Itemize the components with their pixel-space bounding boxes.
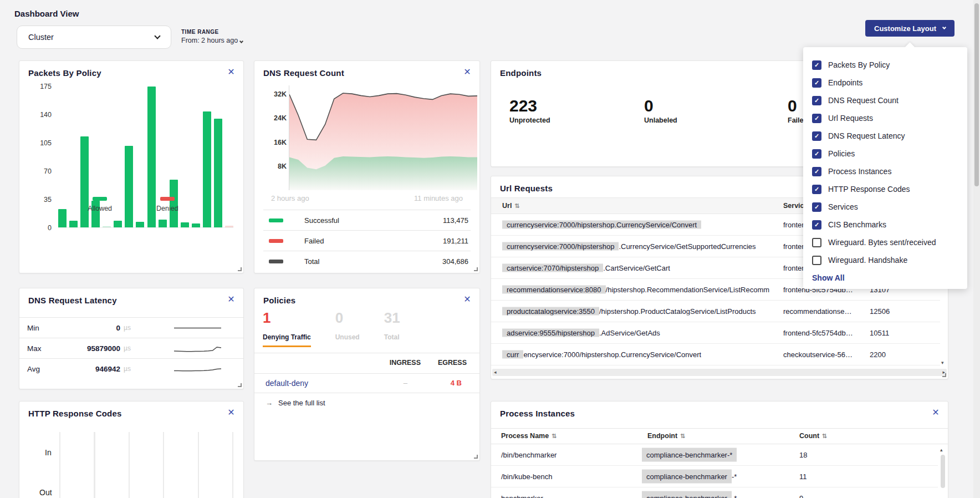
legend-value: 304,686 [442,257,468,266]
resize-handle[interactable] [474,455,478,459]
checkbox-icon[interactable] [812,96,821,105]
count-cell: 12506 [870,307,890,316]
policies-stat-total[interactable]: 31Total [384,309,400,347]
menu-item-label: Services [828,202,858,211]
customize-menu-item-5[interactable]: Policies [803,145,967,162]
customize-menu-item-9[interactable]: CIS Benchmarks [803,216,967,233]
resize-handle[interactable] [238,267,242,271]
customize-menu-item-3[interactable]: Url Requests [803,109,967,127]
resize-handle[interactable] [238,383,242,387]
service-cell: frontend-5fc5754db… [783,329,853,337]
y-axis-tick: 105 [40,139,52,147]
show-all-link[interactable]: Show All [812,273,967,282]
checkbox-icon[interactable] [812,114,821,123]
checkbox-icon[interactable] [812,202,821,212]
endpoint-rest: -* [732,494,737,498]
close-icon[interactable] [226,294,237,305]
dns-yticks: 32K24K16K8K [262,85,287,190]
close-icon[interactable] [462,294,473,305]
view-select[interactable]: Cluster [17,26,171,49]
dns-legend-row[interactable]: Failed191,211 [263,230,471,251]
close-icon[interactable] [462,67,473,78]
column-header-process-name[interactable]: Process Name [501,432,557,440]
column-header-count[interactable]: Count [799,432,827,440]
column-header-endpoint[interactable]: Endpoint [647,432,685,440]
sort-icon[interactable] [552,433,557,440]
scroll-up-icon[interactable] [940,447,943,453]
close-icon[interactable] [226,67,237,78]
y-axis-tick: 175 [40,83,52,90]
endpoint-cell: compliance-benchmarker-* [642,494,737,498]
customize-menu-item-6[interactable]: Process Instances [803,162,967,180]
sort-icon[interactable] [514,202,519,210]
sort-icon[interactable] [822,433,827,440]
see-full-list-link[interactable]: See the full list [266,399,325,407]
customize-layout-button[interactable]: Customize Layout [865,20,955,37]
count-cell: 10511 [870,329,889,337]
legend-item-denied[interactable]: Denied [156,197,178,212]
checkbox-icon[interactable] [812,185,821,194]
page-scrollbar[interactable] [973,0,980,498]
y-axis-tick: 32K [274,90,287,98]
legend-item-allowed[interactable]: Allowed [88,197,112,212]
close-icon[interactable] [226,407,237,418]
customize-menu-item-1[interactable]: Endpoints [803,74,967,92]
policy-ingress-value: – [404,379,407,387]
policies-table-row: default-deny – 4 B [254,373,479,393]
url-highlight: currencyservice:7000/hipstershop.Currenc… [502,221,701,229]
vertical-scrollbar[interactable] [940,447,946,498]
checkbox-icon[interactable] [812,131,821,141]
checkbox-icon[interactable] [812,220,821,230]
column-header-url[interactable]: Url [502,202,520,210]
dns-legend: Successful113,475Failed191,211Total304,6… [263,210,471,271]
process-name-cell: /bin/benchmarker [501,451,557,459]
url-cell: currencyservice:7000/hipstershop.Currenc… [502,350,701,359]
checkbox-icon[interactable] [812,149,821,159]
time-range-value[interactable]: From: 2 hours ago [181,37,243,44]
divider: See the full list [254,393,479,393]
horizontal-scrollbar[interactable] [492,369,947,376]
endpoint-rest: -* [732,472,737,481]
dns-legend-row[interactable]: Total304,686 [263,251,471,271]
customize-menu-item-8[interactable]: Services [803,198,967,216]
latency-row: Avg946942µs [19,358,243,379]
checkbox-icon[interactable] [812,167,821,176]
menu-item-label: HTTP Response Codes [828,185,910,194]
policies-stat-denying-traffic[interactable]: 1Denying Traffic [263,309,311,347]
url-rest: /hipstershop.ProductCatalogService/ListP… [599,307,756,316]
dns-legend-row[interactable]: Successful113,475 [263,210,471,230]
packets-legend: AllowedDenied [33,197,233,212]
checkbox-icon[interactable] [812,238,821,247]
scrollbar-thumb[interactable] [974,3,979,186]
checkbox-icon[interactable] [812,256,821,265]
card-title: Policies [263,296,295,305]
bar-denied [225,226,233,227]
customize-menu-item-2[interactable]: DNS Request Count [803,92,967,109]
bar-allowed [159,220,167,228]
policies-stat-unused[interactable]: 0Unused [335,309,360,347]
table-row: productcatalogservice:3550/hipstershop.P… [491,301,940,322]
resize-handle[interactable] [942,373,946,377]
close-icon[interactable] [930,407,941,418]
menu-item-label: Endpoints [828,78,862,87]
chevron-down-icon [239,39,243,43]
policy-link[interactable]: default-deny [266,379,308,388]
bar-allowed [103,226,111,227]
url-cell: recommendationservice:8080/hipstershop.R… [502,286,769,294]
column-header-egress: EGRESS [438,359,467,367]
scroll-left-icon[interactable] [494,369,497,376]
customize-menu-item-4[interactable]: DNS Request Latency [803,127,967,145]
customize-menu-item-7[interactable]: HTTP Response Codes [803,180,967,198]
stat-label: Unprotected [509,116,550,124]
customize-menu-item-11[interactable]: Wireguard. Handshake [803,251,967,269]
url-cell: currencyservice:7000/hipstershop.Currenc… [502,242,756,251]
scroll-down-icon[interactable] [941,360,944,365]
customize-menu-item-10[interactable]: Wireguard. Bytes sent/received [803,233,967,251]
resize-handle[interactable] [474,267,478,271]
sparkline [174,321,221,335]
checkbox-icon[interactable] [812,78,821,88]
sort-icon[interactable] [680,433,685,440]
customize-menu-item-0[interactable]: Packets By Policy [803,56,967,74]
scrollbar-thumb[interactable] [941,455,945,488]
checkbox-icon[interactable] [812,60,821,70]
